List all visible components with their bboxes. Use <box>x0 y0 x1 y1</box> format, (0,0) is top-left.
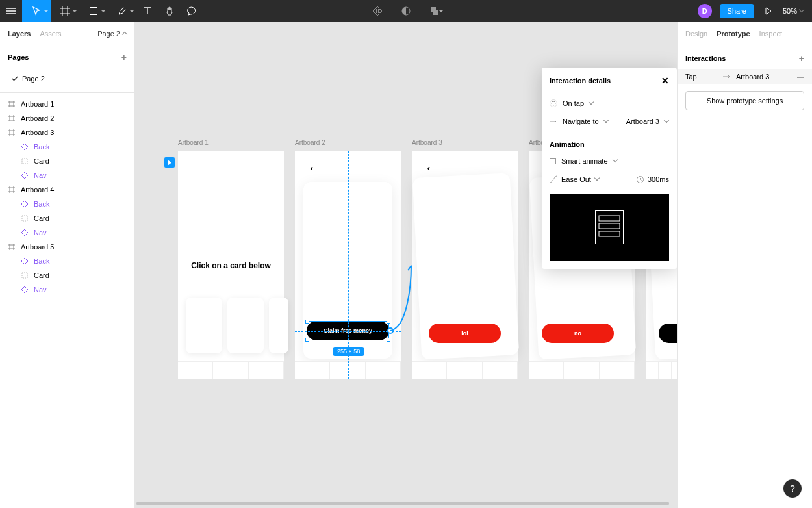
boolean-button[interactable] <box>424 0 446 22</box>
help-button[interactable]: ? <box>783 479 802 498</box>
frame-icon <box>8 243 16 251</box>
share-button[interactable]: Share <box>720 4 754 18</box>
page-selector[interactable]: Page 2 <box>97 30 127 38</box>
layer-row[interactable]: Nav <box>0 283 134 297</box>
layer-name: Artboard 1 <box>21 100 54 108</box>
page-item[interactable]: Page 2 <box>0 71 134 86</box>
tab-layers[interactable]: Layers <box>8 30 31 38</box>
svg-rect-6 <box>22 273 27 278</box>
show-prototype-settings-button[interactable]: Show prototype settings <box>685 91 804 110</box>
horizontal-scrollbar[interactable] <box>136 502 669 505</box>
tab-design[interactable]: Design <box>685 30 707 38</box>
pen-icon <box>118 6 127 16</box>
layer-row[interactable]: Artboard 3 <box>0 125 134 140</box>
clock-icon <box>637 176 644 183</box>
artboard-3[interactable]: Artboard 3 ‹ lol <box>412 151 518 379</box>
zoom-value: 50% <box>783 7 797 15</box>
nav-bar <box>646 361 677 379</box>
present-button[interactable] <box>762 0 775 22</box>
layer-name: Artboard 2 <box>21 114 54 122</box>
hand-icon <box>165 6 174 16</box>
duration-input[interactable]: 300ms <box>637 175 669 183</box>
layer-row[interactable]: Artboard 1 <box>0 97 134 111</box>
layer-row[interactable]: Back <box>0 140 134 154</box>
frame-tool[interactable] <box>51 0 79 22</box>
action-row[interactable]: Navigate to Artboard 3 <box>542 112 677 131</box>
cta-button[interactable]: lol <box>429 324 501 343</box>
frame-icon <box>8 100 16 108</box>
arrow-right-icon <box>550 119 557 124</box>
chevron-down-icon <box>613 159 618 164</box>
layer-name: Card <box>34 214 49 222</box>
layer-row[interactable]: Back <box>0 254 134 268</box>
layer-row[interactable]: Artboard 2 <box>0 111 134 125</box>
svg-rect-14 <box>599 231 620 236</box>
mask-icon <box>401 6 411 16</box>
svg-rect-13 <box>599 223 620 229</box>
nav-bar <box>178 361 284 379</box>
artboard-label: Artboard 2 <box>295 139 325 146</box>
zoom-control[interactable]: 50% <box>783 7 804 15</box>
menu-button[interactable] <box>0 0 22 22</box>
svg-rect-4 <box>22 159 27 164</box>
comment-tool[interactable] <box>181 0 203 22</box>
add-page-button[interactable]: + <box>121 52 127 62</box>
cta-button[interactable] <box>659 324 677 343</box>
layer-row[interactable]: Card <box>0 268 134 283</box>
move-tool[interactable] <box>22 0 51 22</box>
tap-icon <box>550 99 557 107</box>
chevron-down-icon <box>604 120 609 124</box>
cta-button[interactable]: no <box>542 324 614 343</box>
toolbar: D Share 50% <box>0 0 812 22</box>
hand-tool[interactable] <box>159 0 181 22</box>
left-panel: Layers Assets Page 2 Pages + Page 2 Artb… <box>0 22 135 508</box>
flow-start-badge[interactable] <box>164 157 175 168</box>
svg-point-8 <box>550 100 557 107</box>
rectangle-icon <box>90 7 97 15</box>
tab-prototype[interactable]: Prototype <box>717 30 750 38</box>
close-button[interactable]: ✕ <box>661 75 669 86</box>
tab-assets[interactable]: Assets <box>40 30 61 38</box>
layer-name: Nav <box>34 286 47 294</box>
layer-row[interactable]: Card <box>0 211 134 225</box>
layer-row[interactable]: Back <box>0 197 134 211</box>
avatar[interactable]: D <box>698 4 712 18</box>
comment-icon <box>187 6 196 16</box>
svg-rect-3 <box>433 10 438 15</box>
prototype-connector-handle[interactable] <box>387 327 394 334</box>
selection-outline <box>307 321 389 340</box>
components-button[interactable] <box>366 0 388 22</box>
hamburger-icon <box>6 8 16 14</box>
arrow-right-icon <box>723 74 731 79</box>
pen-tool[interactable] <box>108 0 136 22</box>
artboard-1[interactable]: Artboard 1 Click on a card below <box>178 151 284 379</box>
cursor-icon <box>32 6 40 16</box>
rect-icon <box>21 157 29 165</box>
frame-icon <box>8 186 16 194</box>
layer-row[interactable]: Artboard 4 <box>0 183 134 197</box>
layer-row[interactable]: Artboard 5 <box>0 240 134 254</box>
animation-type-row[interactable]: Smart animate <box>542 152 677 170</box>
back-button[interactable]: ‹ <box>307 162 317 173</box>
layer-row[interactable]: Nav <box>0 225 134 240</box>
add-interaction-button[interactable]: + <box>799 53 804 64</box>
mask-button[interactable] <box>395 0 417 22</box>
headline-text: Click on a card below <box>178 261 284 270</box>
remove-interaction-button[interactable]: — <box>797 73 804 81</box>
tab-inspect[interactable]: Inspect <box>759 30 782 38</box>
selection-dimensions: 255 × 58 <box>333 347 364 356</box>
pages-header: Pages <box>8 53 29 61</box>
shape-tool[interactable] <box>79 0 108 22</box>
interaction-item[interactable]: Tap Artboard 3 — <box>678 69 812 84</box>
easing-select[interactable]: Ease Out <box>550 175 631 183</box>
layers-list: Artboard 1Artboard 2Artboard 3BackCardNa… <box>0 92 134 297</box>
text-tool[interactable] <box>136 0 159 22</box>
trigger-row[interactable]: On tap <box>542 94 677 112</box>
layer-row[interactable]: Nav <box>0 168 134 183</box>
layer-name: Back <box>34 257 49 265</box>
layer-row[interactable]: Card <box>0 154 134 168</box>
union-icon <box>430 6 439 16</box>
back-button[interactable]: ‹ <box>424 162 434 173</box>
chevron-down-icon <box>595 177 600 182</box>
frame-icon <box>60 6 70 16</box>
